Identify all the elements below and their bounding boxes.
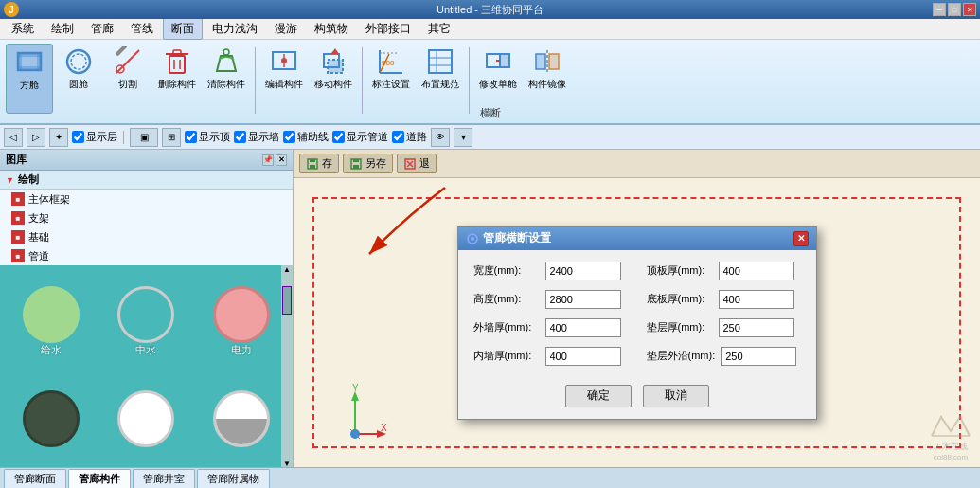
component-half[interactable] xyxy=(194,373,289,463)
show-pipe-check[interactable]: 显示管道 xyxy=(332,130,388,144)
menu-item-6[interactable]: 漫游 xyxy=(267,19,305,39)
tb2-btn-2[interactable]: ▷ xyxy=(27,128,45,147)
bottom-tab-2[interactable]: 管廊井室 xyxy=(133,469,195,488)
toolbar-separator-2 xyxy=(362,47,363,114)
show-top-check[interactable]: 显示顶 xyxy=(185,130,230,144)
tb2-btn-1[interactable]: ◁ xyxy=(4,128,23,147)
dialog-close-btn[interactable]: ✕ xyxy=(793,231,809,246)
yidong-button[interactable]: 移动构件 xyxy=(310,44,357,114)
goujian-button[interactable]: 构件镜像 xyxy=(524,44,571,114)
menu-item-2[interactable]: 管廊 xyxy=(83,19,121,39)
save-as-btn[interactable]: 另存 xyxy=(343,154,393,173)
component-scrollbar[interactable]: ▲ ▼ xyxy=(281,265,293,467)
panel-pin-btn[interactable]: 📌 xyxy=(262,154,274,166)
tree-item-pipe[interactable]: ■ 管道 xyxy=(0,246,293,265)
tb2-btn-3[interactable]: ✦ xyxy=(49,128,68,147)
svg-rect-35 xyxy=(500,54,509,67)
confirm-button[interactable]: 确定 xyxy=(565,385,632,407)
padouter-input[interactable] xyxy=(721,347,796,366)
menu-item-1[interactable]: 绘制 xyxy=(44,19,81,39)
show-wall-check[interactable]: 显示墙 xyxy=(234,130,279,144)
menu-item-9[interactable]: 其它 xyxy=(420,19,458,39)
svg-point-6 xyxy=(71,54,86,69)
padthick-input[interactable] xyxy=(719,318,794,337)
dialog-title-bar[interactable]: 管廊横断设置 ✕ xyxy=(458,227,816,250)
menu-item-3[interactable]: 管线 xyxy=(123,19,161,39)
bianji-icon xyxy=(269,46,299,77)
qiege-button[interactable]: 切割 xyxy=(104,44,151,114)
yidong-icon xyxy=(318,46,348,77)
component-white[interactable] xyxy=(98,373,193,463)
buzhiguifan-button[interactable]: 布置规范 xyxy=(417,44,464,114)
svg-text:X: X xyxy=(381,423,387,433)
innerwall-input[interactable] xyxy=(545,347,621,366)
width-input[interactable] xyxy=(545,262,621,280)
fangcang-button[interactable]: 方舱 xyxy=(6,44,53,114)
svg-rect-39 xyxy=(310,165,315,169)
tree-icon-main-frame: ■ xyxy=(11,192,25,206)
aux-line-check[interactable]: 辅助线 xyxy=(283,130,329,144)
svg-rect-42 xyxy=(353,165,359,169)
tree-item-main-frame[interactable]: ■ 主体框架 xyxy=(0,190,293,208)
buzhiguifan-icon xyxy=(425,46,455,77)
save-btn[interactable]: 存 xyxy=(299,154,339,173)
topthick-input[interactable] xyxy=(719,262,794,280)
botthick-input[interactable] xyxy=(719,290,794,309)
axis-widget: Y X xyxy=(322,382,379,439)
tb2-icon-box[interactable]: ▣ xyxy=(130,128,158,147)
padouter-label: 垫层外沿(mm): xyxy=(647,349,716,363)
field-row-topthick: 顶板厚(mm): xyxy=(647,262,801,280)
eye-btn[interactable]: 👁 xyxy=(431,128,450,147)
menu-item-8[interactable]: 外部接口 xyxy=(358,19,419,39)
component-dark[interactable] xyxy=(4,373,98,463)
svg-rect-40 xyxy=(310,159,315,162)
exit-btn[interactable]: 退 xyxy=(397,154,437,173)
menu-item-0[interactable]: 系统 xyxy=(4,19,42,39)
scroll-thumb[interactable] xyxy=(282,286,292,315)
outerwall-input[interactable] xyxy=(545,318,621,337)
tb2-more-btn[interactable]: ▾ xyxy=(454,128,472,147)
zshui-circle xyxy=(117,286,174,343)
tree-item-base[interactable]: ■ 基础 xyxy=(0,227,293,246)
component-dianli[interactable]: 电力 xyxy=(194,269,289,373)
panel-close-btn[interactable]: ✕ xyxy=(276,154,287,166)
window-controls[interactable]: ─ □ ✕ xyxy=(933,3,976,16)
menu-item-4[interactable]: 断面 xyxy=(163,18,203,40)
menu-item-7[interactable]: 构筑物 xyxy=(307,19,356,39)
xiugaidancang-button[interactable]: 修改单舱 xyxy=(474,44,522,114)
qingchu-button[interactable]: 清除构件 xyxy=(203,44,250,114)
component-gshui[interactable]: 给水 xyxy=(4,269,98,373)
white-circle xyxy=(117,390,174,447)
panel-content: ▼ 绘制 ■ 主体框架 ■ 支架 ■ 基础 ■ 管道 xyxy=(0,171,293,467)
gshui-label: 给水 xyxy=(41,343,62,357)
svg-point-56 xyxy=(471,237,474,241)
height-label: 高度(mm): xyxy=(473,292,540,306)
svg-marker-24 xyxy=(331,48,339,54)
scroll-up-btn[interactable]: ▲ xyxy=(282,265,292,273)
dialog-body: 宽度(mm): 顶板厚(mm): 高度(mm): xyxy=(458,250,816,377)
biaozhushezhi-button[interactable]: 500 标注设置 xyxy=(367,44,415,114)
field-row-padouter: 垫层外沿(mm): xyxy=(647,347,801,366)
svg-point-18 xyxy=(281,58,287,63)
yuancang-button[interactable]: 圆舱 xyxy=(55,44,102,114)
tb2-grid-btn[interactable]: ⊞ xyxy=(162,128,181,147)
toolbar-ribbon: 方舱 圆舱 切割 xyxy=(0,40,980,125)
window-title: Untitled - 三维协同平台 xyxy=(437,3,543,17)
bottom-tab-3[interactable]: 管廊附属物 xyxy=(197,469,270,488)
minimize-button[interactable]: ─ xyxy=(933,3,946,16)
cancel-button[interactable]: 取消 xyxy=(643,385,709,407)
shanchu-button[interactable]: 删除构件 xyxy=(153,44,201,114)
maximize-button[interactable]: □ xyxy=(948,3,961,16)
height-input[interactable] xyxy=(545,290,621,309)
component-zshui[interactable]: 中水 xyxy=(98,269,193,373)
tree-item-support[interactable]: ■ 支架 xyxy=(0,208,293,227)
bottom-tab-0[interactable]: 管廊断面 xyxy=(4,469,66,488)
scroll-down-btn[interactable]: ▼ xyxy=(282,460,292,467)
bottom-tab-1[interactable]: 管廊构件 xyxy=(68,469,131,488)
menu-item-5[interactable]: 电力浅沟 xyxy=(205,19,265,39)
road-check[interactable]: 道路 xyxy=(392,130,427,144)
close-button[interactable]: ✕ xyxy=(963,3,976,16)
bianji-button[interactable]: 编辑构件 xyxy=(260,44,308,114)
show-layer-check[interactable]: 显示层 xyxy=(72,130,117,144)
svg-text:500: 500 xyxy=(382,59,395,67)
